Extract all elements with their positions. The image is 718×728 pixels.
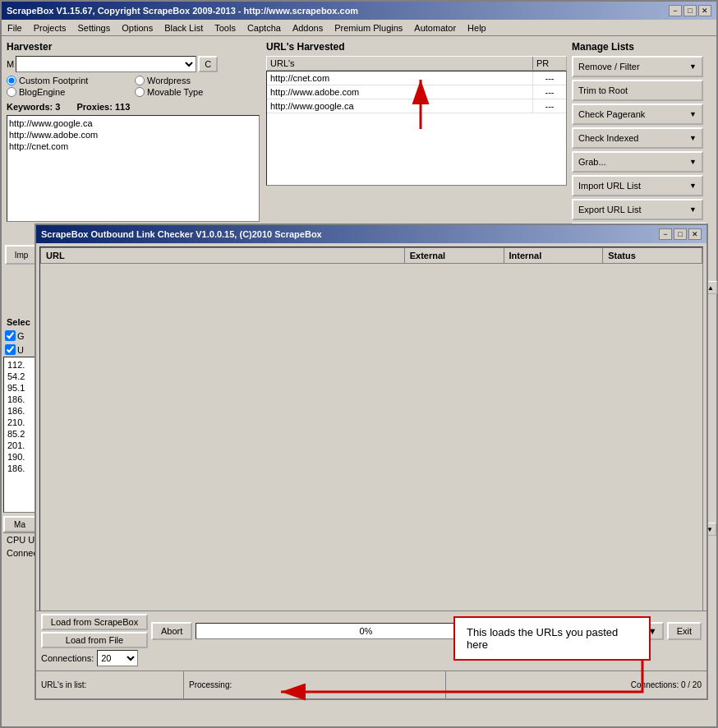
radio-blogengine-label: BlogEngine: [19, 87, 65, 97]
check-indexed-button[interactable]: Check Indexed ▼: [572, 127, 703, 149]
radio-wordpress-input[interactable]: [135, 76, 145, 85]
url-table-body: http://cnet.com --- http://www.adobe.com…: [266, 71, 567, 186]
ip-9: 190.: [6, 451, 37, 463]
menu-captcha[interactable]: Captcha: [245, 22, 283, 34]
harvester-c-button[interactable]: C: [198, 56, 218, 72]
url-col-header: URL's: [267, 57, 533, 70]
menu-tools[interactable]: Tools: [212, 22, 238, 34]
ip-5: 186.: [6, 405, 37, 417]
abort-button[interactable]: Abort: [151, 622, 192, 640]
main-window: ScrapeBox V1.15.67, Copyright ScrapeBox …: [0, 0, 718, 728]
harvester-title: Harvester: [7, 41, 261, 53]
connections-status: Connections: 0 / 20: [446, 671, 707, 698]
menu-projects[interactable]: Projects: [31, 22, 69, 34]
grab-button[interactable]: Grab... ▼: [572, 151, 703, 173]
col-internal-header: Internal: [504, 248, 603, 264]
grab-arrow: ▼: [689, 158, 697, 166]
checkbox-g-input[interactable]: [5, 330, 16, 341]
urls-in-list-status: URL's in list:: [36, 671, 184, 698]
check-indexed-arrow: ▼: [689, 134, 697, 142]
pr-col-header: PR: [533, 57, 566, 70]
connections-select[interactable]: 20 10 30 50: [97, 650, 138, 666]
import-url-list-label: Import URL List: [578, 181, 641, 191]
ip-1: 112.: [6, 359, 37, 371]
dialog-minimize-button[interactable]: −: [659, 228, 672, 240]
pr-cell-2: ---: [533, 85, 566, 99]
dialog-restore-button[interactable]: □: [674, 228, 687, 240]
radio-movable-type: Movable Type: [135, 87, 261, 97]
menu-options[interactable]: Options: [119, 22, 155, 34]
imp-button[interactable]: Imp: [5, 245, 38, 265]
trim-to-root-button[interactable]: Trim to Root: [572, 80, 703, 101]
urls-harvested-title: URL's Harvested: [266, 41, 567, 53]
url-cell-2: http://www.adobe.com: [267, 85, 533, 99]
load-from-scrapebox-button[interactable]: Load from ScrapeBox: [41, 614, 148, 630]
radio-blogengine-input[interactable]: [7, 87, 16, 97]
connections-status-value: Connections: 0 / 20: [631, 680, 702, 689]
pr-cell-1: ---: [533, 71, 566, 85]
exit-button[interactable]: Exit: [667, 622, 702, 640]
dialog-close-button[interactable]: ✕: [688, 228, 702, 240]
radio-custom-footprint-input[interactable]: [7, 76, 16, 85]
dialog-title-buttons: − □ ✕: [659, 228, 702, 240]
ip-3: 95.1: [6, 382, 37, 394]
keyword-item-1: http://www.google.ca: [9, 117, 257, 129]
keyword-item-3: http://cnet.com: [9, 141, 257, 152]
menu-file[interactable]: File: [5, 22, 25, 34]
radio-blogengine: BlogEngine: [7, 87, 133, 97]
keyword-item-2: http://www.adobe.com: [9, 129, 257, 141]
menu-settings[interactable]: Settings: [75, 22, 113, 34]
keywords-label: Keywords:: [7, 102, 55, 112]
ma-button[interactable]: Ma: [3, 516, 36, 532]
proxies-value: 113: [115, 102, 130, 112]
checkbox-u-input[interactable]: [5, 344, 16, 355]
manage-lists-title: Manage Lists: [572, 41, 711, 53]
remove-filter-arrow: ▼: [689, 62, 697, 71]
menu-automator[interactable]: Automator: [412, 22, 458, 34]
processing-label: Processing:: [189, 680, 232, 689]
menu-blacklist[interactable]: Black List: [162, 22, 205, 34]
menu-bar: File Projects Settings Options Black Lis…: [2, 20, 716, 36]
processing-status: Processing:: [184, 671, 446, 698]
title-bar: ScrapeBox V1.15.67, Copyright ScrapeBox …: [2, 2, 716, 20]
export-url-list-arrow: ▼: [689, 205, 697, 214]
keyword-list: http://www.google.ca http://www.adobe.co…: [7, 115, 260, 222]
checkbox-u-label: U: [17, 345, 24, 355]
export-url-list-label: Export URL List: [578, 205, 642, 214]
remove-filter-button[interactable]: Remove / Filter ▼: [572, 56, 703, 77]
close-button[interactable]: ✕: [698, 5, 711, 16]
progress-value: 0%: [360, 626, 373, 636]
import-url-list-button[interactable]: Import URL List ▼: [572, 175, 703, 196]
col-status-header: Status: [603, 248, 702, 264]
keywords-proxies: Keywords: 3 Proxies: 113: [7, 102, 261, 112]
trim-to-root-label: Trim to Root: [578, 85, 628, 95]
ip-6: 210.: [6, 417, 37, 428]
pr-cell-3: ---: [533, 99, 566, 113]
remove-filter-label: Remove / Filter: [578, 62, 640, 71]
menu-help[interactable]: Help: [465, 22, 489, 34]
load-from-file-button[interactable]: Load from File: [41, 632, 148, 648]
checkbox-g-label: G: [17, 331, 25, 341]
menu-addons[interactable]: Addons: [290, 22, 325, 34]
radio-movable-type-input[interactable]: [135, 87, 145, 97]
link-table: URL External Internal Status: [40, 247, 702, 264]
restore-button[interactable]: □: [683, 5, 697, 16]
dialog-status-bar: URL's in list: Processing: Connections: …: [36, 670, 706, 698]
col-url-header: URL: [41, 248, 405, 264]
menu-premium[interactable]: Premium Plugins: [332, 22, 405, 34]
check-pagerank-label: Check Pagerank: [578, 109, 645, 119]
connections-label: Connections:: [41, 653, 94, 663]
url-row-1: http://cnet.com ---: [267, 71, 566, 85]
radio-custom-footprint-label: Custom Footprint: [19, 76, 88, 85]
link-table-container: URL External Internal Status: [39, 247, 703, 616]
proxies-item: Proxies: 113: [76, 102, 130, 112]
minimize-button[interactable]: −: [669, 5, 682, 16]
check-pagerank-button[interactable]: Check Pagerank ▼: [572, 104, 703, 125]
harvester-top: M C: [7, 56, 261, 72]
harvester-select[interactable]: [16, 56, 196, 72]
url-cell-3: http://www.google.ca: [267, 99, 533, 113]
ip-10: 186.: [6, 463, 37, 474]
export-url-list-button[interactable]: Export URL List ▼: [572, 199, 703, 220]
tooltip-box: This loads the URLs you pasted here: [453, 616, 651, 661]
dialog-title: ScrapeBox Outbound Link Checker V1.0.0.1…: [41, 229, 322, 239]
